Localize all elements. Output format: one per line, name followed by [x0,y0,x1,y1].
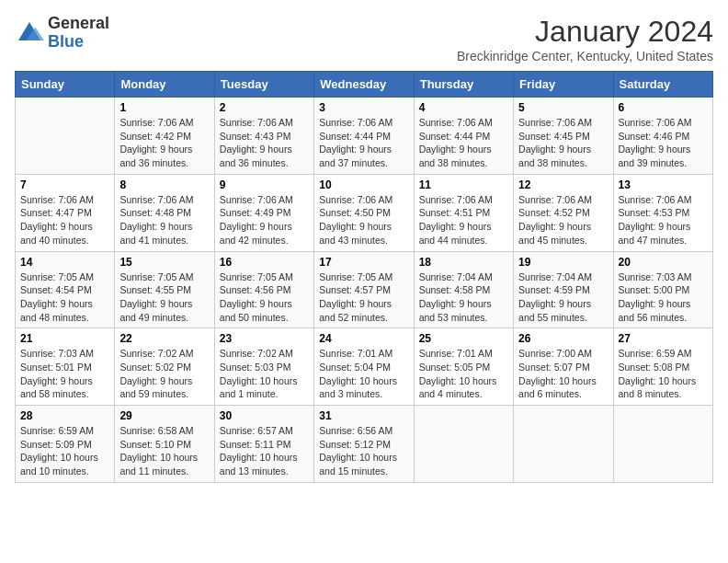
day-info: Sunrise: 7:03 AM Sunset: 5:01 PM Dayligh… [20,347,109,401]
calendar-cell: 7Sunrise: 7:06 AM Sunset: 4:47 PM Daylig… [16,174,115,251]
calendar-cell: 12Sunrise: 7:06 AM Sunset: 4:52 PM Dayli… [514,174,613,251]
logo-general: General [48,14,109,32]
day-number: 16 [220,256,309,269]
calendar-cell: 9Sunrise: 7:06 AM Sunset: 4:49 PM Daylig… [214,174,313,251]
calendar-cell: 23Sunrise: 7:02 AM Sunset: 5:03 PM Dayli… [214,328,313,406]
day-info: Sunrise: 7:06 AM Sunset: 4:49 PM Dayligh… [220,193,309,247]
day-number: 30 [220,409,309,422]
day-number: 21 [20,332,109,345]
month-year-title: January 2024 [457,15,713,49]
calendar-cell: 20Sunrise: 7:03 AM Sunset: 5:00 PM Dayli… [613,251,712,328]
calendar-cell: 25Sunrise: 7:01 AM Sunset: 5:05 PM Dayli… [414,328,513,406]
day-number: 23 [220,332,309,345]
calendar-cell: 2Sunrise: 7:06 AM Sunset: 4:43 PM Daylig… [214,98,313,175]
day-number: 22 [119,332,209,345]
day-number: 6 [619,101,708,114]
header-cell-sunday: Sunday [16,72,115,98]
calendar-cell: 1Sunrise: 7:06 AM Sunset: 4:42 PM Daylig… [115,98,214,175]
day-number: 5 [518,101,608,114]
calendar-cell: 31Sunrise: 6:56 AM Sunset: 5:12 PM Dayli… [314,406,414,483]
day-number: 1 [119,101,209,114]
header-cell-thursday: Thursday [414,72,513,98]
day-number: 13 [619,178,708,191]
day-info: Sunrise: 7:05 AM Sunset: 4:55 PM Dayligh… [119,270,209,325]
day-info: Sunrise: 7:05 AM Sunset: 4:54 PM Dayligh… [20,270,109,325]
calendar-week-row: 7Sunrise: 7:06 AM Sunset: 4:47 PM Daylig… [16,174,713,251]
calendar-header: SundayMondayTuesdayWednesdayThursdayFrid… [16,72,713,98]
day-number: 10 [319,178,408,191]
calendar-cell: 26Sunrise: 7:00 AM Sunset: 5:07 PM Dayli… [514,328,613,406]
day-number: 12 [518,178,608,191]
day-number: 28 [20,409,109,422]
day-info: Sunrise: 7:06 AM Sunset: 4:47 PM Dayligh… [20,193,109,247]
header-cell-saturday: Saturday [613,72,712,98]
day-info: Sunrise: 7:06 AM Sunset: 4:48 PM Dayligh… [119,193,209,247]
day-info: Sunrise: 6:57 AM Sunset: 5:11 PM Dayligh… [220,424,309,478]
calendar-cell: 5Sunrise: 7:06 AM Sunset: 4:45 PM Daylig… [514,98,613,175]
calendar-cell: 27Sunrise: 6:59 AM Sunset: 5:08 PM Dayli… [613,328,712,406]
calendar-cell: 24Sunrise: 7:01 AM Sunset: 5:04 PM Dayli… [314,328,414,406]
calendar-cell: 13Sunrise: 7:06 AM Sunset: 4:53 PM Dayli… [613,174,712,251]
calendar-cell: 16Sunrise: 7:05 AM Sunset: 4:56 PM Dayli… [214,251,313,328]
day-info: Sunrise: 7:06 AM Sunset: 4:52 PM Dayligh… [518,193,608,247]
calendar-cell: 29Sunrise: 6:58 AM Sunset: 5:10 PM Dayli… [115,406,214,483]
calendar-table: SundayMondayTuesdayWednesdayThursdayFrid… [15,71,713,483]
calendar-cell: 14Sunrise: 7:05 AM Sunset: 4:54 PM Dayli… [16,251,115,328]
day-number: 11 [419,178,508,191]
day-info: Sunrise: 7:04 AM Sunset: 4:59 PM Dayligh… [518,270,608,325]
calendar-cell: 15Sunrise: 7:05 AM Sunset: 4:55 PM Dayli… [115,251,214,328]
day-number: 7 [20,178,109,191]
day-info: Sunrise: 7:06 AM Sunset: 4:53 PM Dayligh… [619,193,708,247]
day-info: Sunrise: 7:06 AM Sunset: 4:44 PM Dayligh… [319,116,408,170]
calendar-week-row: 14Sunrise: 7:05 AM Sunset: 4:54 PM Dayli… [16,251,713,328]
calendar-cell: 18Sunrise: 7:04 AM Sunset: 4:58 PM Dayli… [414,251,513,328]
day-number: 27 [619,332,708,345]
logo: General Blue [15,15,109,52]
day-number: 29 [119,409,209,422]
day-info: Sunrise: 7:06 AM Sunset: 4:42 PM Dayligh… [119,116,209,170]
day-number: 25 [419,332,508,345]
day-info: Sunrise: 7:06 AM Sunset: 4:45 PM Dayligh… [518,116,608,170]
calendar-cell [613,406,712,483]
calendar-week-row: 21Sunrise: 7:03 AM Sunset: 5:01 PM Dayli… [16,328,713,406]
calendar-cell: 19Sunrise: 7:04 AM Sunset: 4:59 PM Dayli… [514,251,613,328]
day-number: 24 [319,332,408,345]
calendar-cell: 22Sunrise: 7:02 AM Sunset: 5:02 PM Dayli… [115,328,214,406]
header-cell-tuesday: Tuesday [214,72,313,98]
page-header: General Blue January 2024 Breckinridge C… [15,15,713,63]
logo-blue: Blue [48,32,84,51]
day-info: Sunrise: 7:06 AM Sunset: 4:50 PM Dayligh… [319,193,408,247]
day-number: 17 [319,256,408,269]
day-info: Sunrise: 7:05 AM Sunset: 4:56 PM Dayligh… [220,270,309,325]
calendar-cell: 10Sunrise: 7:06 AM Sunset: 4:50 PM Dayli… [314,174,414,251]
header-cell-monday: Monday [115,72,214,98]
day-number: 20 [619,256,708,269]
day-number: 9 [220,178,309,191]
calendar-cell: 6Sunrise: 7:06 AM Sunset: 4:46 PM Daylig… [613,98,712,175]
day-info: Sunrise: 7:05 AM Sunset: 4:57 PM Dayligh… [319,270,408,325]
day-info: Sunrise: 7:01 AM Sunset: 5:05 PM Dayligh… [419,347,508,401]
calendar-week-row: 28Sunrise: 6:59 AM Sunset: 5:09 PM Dayli… [16,406,713,483]
day-number: 19 [518,256,608,269]
day-info: Sunrise: 7:01 AM Sunset: 5:04 PM Dayligh… [319,347,408,401]
day-number: 8 [119,178,209,191]
day-info: Sunrise: 7:06 AM Sunset: 4:43 PM Dayligh… [220,116,309,170]
calendar-cell: 17Sunrise: 7:05 AM Sunset: 4:57 PM Dayli… [314,251,414,328]
header-cell-friday: Friday [514,72,613,98]
header-cell-wednesday: Wednesday [314,72,414,98]
calendar-cell [514,406,613,483]
calendar-cell: 30Sunrise: 6:57 AM Sunset: 5:11 PM Dayli… [214,406,313,483]
day-info: Sunrise: 7:06 AM Sunset: 4:44 PM Dayligh… [419,116,508,170]
calendar-cell: 4Sunrise: 7:06 AM Sunset: 4:44 PM Daylig… [414,98,513,175]
calendar-cell [414,406,513,483]
day-info: Sunrise: 7:06 AM Sunset: 4:51 PM Dayligh… [419,193,508,247]
location-subtitle: Breckinridge Center, Kentucky, United St… [457,49,713,63]
day-info: Sunrise: 6:59 AM Sunset: 5:09 PM Dayligh… [20,424,109,478]
calendar-body: 1Sunrise: 7:06 AM Sunset: 4:42 PM Daylig… [16,98,713,483]
day-info: Sunrise: 7:03 AM Sunset: 5:00 PM Dayligh… [619,270,708,325]
calendar-cell: 8Sunrise: 7:06 AM Sunset: 4:48 PM Daylig… [115,174,214,251]
day-info: Sunrise: 7:02 AM Sunset: 5:02 PM Dayligh… [119,347,209,401]
day-number: 26 [518,332,608,345]
day-info: Sunrise: 6:59 AM Sunset: 5:08 PM Dayligh… [619,347,708,401]
calendar-cell: 28Sunrise: 6:59 AM Sunset: 5:09 PM Dayli… [16,406,115,483]
